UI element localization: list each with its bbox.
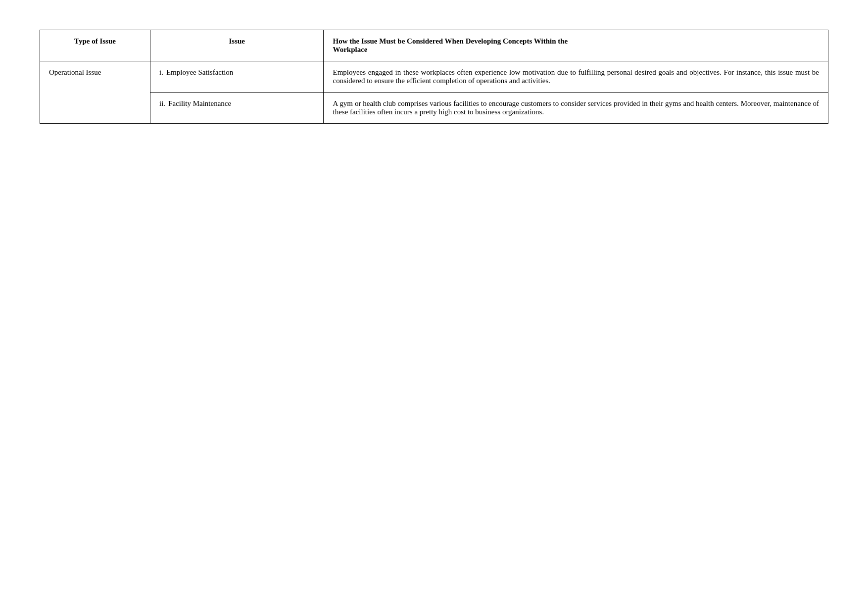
- cell-type: Operational Issue: [40, 61, 150, 124]
- issue-title-2: Facility Maintenance: [168, 99, 231, 107]
- header-issue: Issue: [150, 30, 324, 61]
- header-type: Type of Issue: [40, 30, 150, 61]
- table-row: Operational Issue i.Employee Satisfactio…: [40, 61, 828, 93]
- issue-number-1: i.: [159, 68, 163, 77]
- header-how: How the Issue Must be Considered When De…: [324, 30, 828, 61]
- header-how-line1: How the Issue Must be Considered When De…: [333, 37, 568, 45]
- cell-desc-2: A gym or health club comprises various f…: [324, 93, 828, 124]
- header-how-line2: Workplace: [333, 46, 367, 53]
- cell-issue-1: i.Employee Satisfaction: [150, 61, 324, 93]
- issue-number-2: ii.: [159, 99, 165, 108]
- cell-issue-2: ii.Facility Maintenance: [150, 93, 324, 124]
- cell-desc-1: Employees engaged in these workplaces of…: [324, 61, 828, 93]
- issue-title-1: Employee Satisfaction: [166, 68, 233, 76]
- main-table: Type of Issue Issue How the Issue Must b…: [40, 30, 828, 124]
- table-row: ii.Facility Maintenance A gym or health …: [40, 93, 828, 124]
